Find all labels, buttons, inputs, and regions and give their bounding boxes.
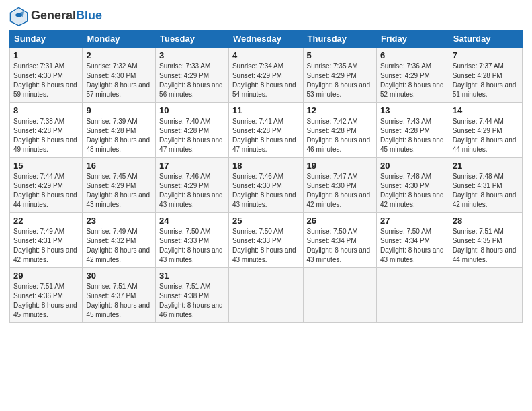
sunset-label: Sunset: 4:28 PM bbox=[159, 127, 209, 134]
sunset-label: Sunset: 4:38 PM bbox=[159, 292, 209, 300]
daylight-label: Daylight: 8 hours and 44 minutes. bbox=[453, 136, 517, 153]
day-info: Sunrise: 7:50 AM Sunset: 4:34 PM Dayligh… bbox=[307, 227, 373, 265]
day-number: 26 bbox=[307, 216, 373, 226]
sunrise-label: Sunrise: 7:45 AM bbox=[86, 173, 137, 180]
day-info: Sunrise: 7:32 AM Sunset: 4:30 PM Dayligh… bbox=[86, 62, 152, 99]
day-number: 3 bbox=[159, 50, 225, 60]
sunset-label: Sunset: 4:31 PM bbox=[453, 182, 502, 189]
sunrise-label: Sunrise: 7:42 AM bbox=[307, 118, 358, 125]
col-monday: Monday bbox=[83, 30, 156, 48]
calendar-cell bbox=[449, 268, 522, 323]
daylight-label: Daylight: 8 hours and 56 minutes. bbox=[159, 81, 223, 98]
day-info: Sunrise: 7:44 AM Sunset: 4:29 PM Dayligh… bbox=[13, 172, 79, 210]
calendar-cell: 15 Sunrise: 7:44 AM Sunset: 4:29 PM Dayl… bbox=[10, 158, 83, 213]
daylight-label: Daylight: 8 hours and 42 minutes. bbox=[13, 246, 77, 263]
daylight-label: Daylight: 8 hours and 42 minutes. bbox=[307, 191, 371, 208]
sunrise-label: Sunrise: 7:44 AM bbox=[453, 118, 504, 125]
day-number: 27 bbox=[380, 216, 445, 226]
sunset-label: Sunset: 4:30 PM bbox=[232, 182, 282, 189]
day-info: Sunrise: 7:50 AM Sunset: 4:33 PM Dayligh… bbox=[232, 227, 300, 265]
sunset-label: Sunset: 4:34 PM bbox=[307, 237, 357, 244]
sunset-label: Sunset: 4:29 PM bbox=[13, 182, 63, 189]
daylight-label: Daylight: 8 hours and 43 minutes. bbox=[159, 246, 223, 263]
sunrise-label: Sunrise: 7:51 AM bbox=[13, 283, 64, 290]
calendar-cell: 3 Sunrise: 7:33 AM Sunset: 4:29 PM Dayli… bbox=[156, 48, 229, 103]
sunrise-label: Sunrise: 7:51 AM bbox=[159, 283, 210, 290]
sunset-label: Sunset: 4:35 PM bbox=[453, 237, 502, 244]
sunset-label: Sunset: 4:28 PM bbox=[380, 127, 430, 134]
day-number: 24 bbox=[159, 216, 225, 226]
col-saturday: Saturday bbox=[449, 30, 522, 48]
daylight-label: Daylight: 8 hours and 42 minutes. bbox=[453, 191, 517, 208]
daylight-label: Daylight: 8 hours and 42 minutes. bbox=[380, 191, 444, 208]
day-info: Sunrise: 7:49 AM Sunset: 4:32 PM Dayligh… bbox=[86, 227, 152, 265]
calendar-cell: 16 Sunrise: 7:45 AM Sunset: 4:29 PM Dayl… bbox=[83, 158, 156, 213]
day-info: Sunrise: 7:51 AM Sunset: 4:35 PM Dayligh… bbox=[453, 227, 519, 265]
daylight-label: Daylight: 8 hours and 43 minutes. bbox=[86, 191, 150, 208]
daylight-label: Daylight: 8 hours and 52 minutes. bbox=[380, 81, 444, 98]
sunset-label: Sunset: 4:28 PM bbox=[13, 127, 63, 134]
logo-text: GeneralBlue bbox=[31, 9, 102, 23]
day-number: 23 bbox=[86, 216, 152, 226]
day-info: Sunrise: 7:37 AM Sunset: 4:28 PM Dayligh… bbox=[453, 62, 519, 99]
daylight-label: Daylight: 8 hours and 43 minutes. bbox=[159, 191, 223, 208]
sunrise-label: Sunrise: 7:51 AM bbox=[453, 228, 504, 235]
daylight-label: Daylight: 8 hours and 51 minutes. bbox=[453, 81, 517, 98]
page: GeneralBlue Sunday Monday Tuesday Wednes… bbox=[0, 0, 532, 411]
calendar-cell: 23 Sunrise: 7:49 AM Sunset: 4:32 PM Dayl… bbox=[83, 213, 156, 268]
calendar-week-3: 22 Sunrise: 7:49 AM Sunset: 4:31 PM Dayl… bbox=[10, 213, 523, 268]
calendar-cell: 20 Sunrise: 7:48 AM Sunset: 4:30 PM Dayl… bbox=[376, 158, 449, 213]
day-number: 12 bbox=[307, 105, 373, 116]
day-info: Sunrise: 7:40 AM Sunset: 4:28 PM Dayligh… bbox=[159, 117, 225, 154]
daylight-label: Daylight: 8 hours and 43 minutes. bbox=[380, 246, 444, 263]
day-info: Sunrise: 7:51 AM Sunset: 4:38 PM Dayligh… bbox=[159, 282, 225, 320]
calendar-cell bbox=[303, 268, 376, 323]
day-number: 2 bbox=[86, 50, 152, 60]
sunset-label: Sunset: 4:28 PM bbox=[232, 127, 282, 134]
col-friday: Friday bbox=[376, 30, 449, 48]
day-info: Sunrise: 7:45 AM Sunset: 4:29 PM Dayligh… bbox=[86, 172, 152, 210]
calendar-cell: 25 Sunrise: 7:50 AM Sunset: 4:33 PM Dayl… bbox=[228, 213, 303, 268]
sunset-label: Sunset: 4:30 PM bbox=[380, 182, 430, 189]
daylight-label: Daylight: 8 hours and 47 minutes. bbox=[159, 136, 223, 153]
day-number: 10 bbox=[159, 105, 225, 116]
calendar-cell: 9 Sunrise: 7:39 AM Sunset: 4:28 PM Dayli… bbox=[83, 103, 156, 158]
sunrise-label: Sunrise: 7:50 AM bbox=[307, 228, 358, 235]
day-info: Sunrise: 7:42 AM Sunset: 4:28 PM Dayligh… bbox=[307, 117, 373, 154]
day-info: Sunrise: 7:36 AM Sunset: 4:29 PM Dayligh… bbox=[380, 62, 445, 99]
day-number: 21 bbox=[453, 161, 519, 171]
calendar-cell: 22 Sunrise: 7:49 AM Sunset: 4:31 PM Dayl… bbox=[10, 213, 83, 268]
daylight-label: Daylight: 8 hours and 57 minutes. bbox=[86, 81, 150, 98]
day-number: 9 bbox=[86, 105, 152, 116]
day-info: Sunrise: 7:50 AM Sunset: 4:34 PM Dayligh… bbox=[380, 227, 445, 265]
calendar-cell: 11 Sunrise: 7:41 AM Sunset: 4:28 PM Dayl… bbox=[228, 103, 303, 158]
calendar-cell: 7 Sunrise: 7:37 AM Sunset: 4:28 PM Dayli… bbox=[449, 48, 522, 103]
sunset-label: Sunset: 4:29 PM bbox=[453, 127, 502, 134]
day-number: 15 bbox=[13, 161, 79, 171]
day-number: 19 bbox=[307, 161, 373, 171]
sunrise-label: Sunrise: 7:32 AM bbox=[86, 62, 137, 70]
day-info: Sunrise: 7:51 AM Sunset: 4:36 PM Dayligh… bbox=[13, 282, 79, 320]
day-number: 25 bbox=[232, 216, 300, 226]
day-number: 22 bbox=[13, 216, 79, 226]
day-info: Sunrise: 7:48 AM Sunset: 4:30 PM Dayligh… bbox=[380, 172, 445, 210]
daylight-label: Daylight: 8 hours and 45 minutes. bbox=[13, 302, 77, 318]
sunrise-label: Sunrise: 7:33 AM bbox=[159, 62, 210, 70]
calendar-cell: 21 Sunrise: 7:48 AM Sunset: 4:31 PM Dayl… bbox=[449, 158, 522, 213]
day-number: 29 bbox=[13, 271, 79, 281]
calendar-cell: 1 Sunrise: 7:31 AM Sunset: 4:30 PM Dayli… bbox=[10, 48, 83, 103]
sunrise-label: Sunrise: 7:35 AM bbox=[307, 62, 358, 70]
calendar-week-2: 15 Sunrise: 7:44 AM Sunset: 4:29 PM Dayl… bbox=[10, 158, 523, 213]
day-number: 5 bbox=[307, 50, 373, 60]
sunrise-label: Sunrise: 7:43 AM bbox=[380, 118, 431, 125]
sunset-label: Sunset: 4:28 PM bbox=[86, 127, 136, 134]
sunrise-label: Sunrise: 7:47 AM bbox=[307, 173, 358, 180]
calendar-cell: 27 Sunrise: 7:50 AM Sunset: 4:34 PM Dayl… bbox=[376, 213, 449, 268]
sunset-label: Sunset: 4:33 PM bbox=[159, 237, 209, 244]
daylight-label: Daylight: 8 hours and 54 minutes. bbox=[232, 81, 296, 98]
day-info: Sunrise: 7:49 AM Sunset: 4:31 PM Dayligh… bbox=[13, 227, 79, 265]
calendar-week-4: 29 Sunrise: 7:51 AM Sunset: 4:36 PM Dayl… bbox=[10, 268, 523, 323]
sunset-label: Sunset: 4:29 PM bbox=[380, 72, 430, 79]
daylight-label: Daylight: 8 hours and 46 minutes. bbox=[307, 136, 371, 153]
sunrise-label: Sunrise: 7:50 AM bbox=[159, 228, 210, 235]
